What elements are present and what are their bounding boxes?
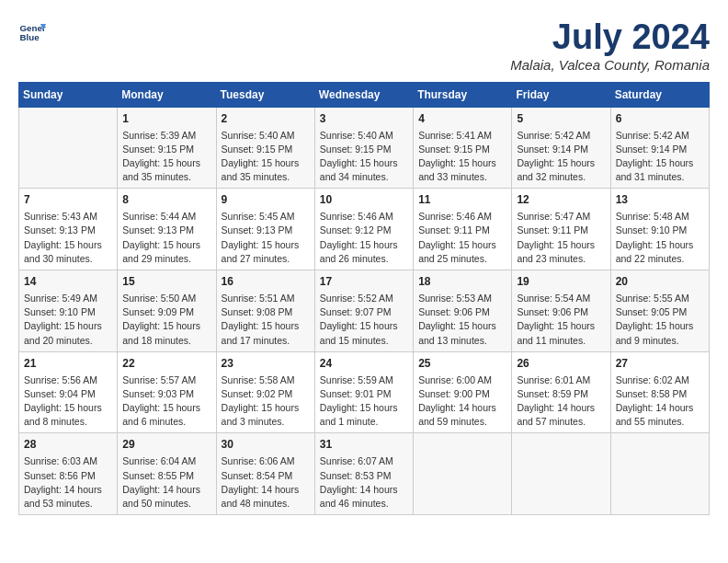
- calendar-cell: 15Sunrise: 5:50 AM Sunset: 9:09 PM Dayli…: [118, 270, 216, 352]
- calendar-cell: 13Sunrise: 5:48 AM Sunset: 9:10 PM Dayli…: [610, 189, 709, 270]
- svg-text:Blue: Blue: [20, 32, 40, 42]
- day-number: 8: [122, 192, 210, 208]
- calendar-cell: 19Sunrise: 5:54 AM Sunset: 9:06 PM Dayli…: [512, 270, 610, 352]
- calendar-header-cell: Wednesday: [314, 82, 413, 107]
- day-number: 21: [24, 356, 112, 372]
- calendar-week-row: 21Sunrise: 5:56 AM Sunset: 9:04 PM Dayli…: [19, 351, 710, 433]
- calendar-cell: 30Sunrise: 6:06 AM Sunset: 8:54 PM Dayli…: [216, 433, 314, 515]
- day-number: 14: [24, 274, 112, 290]
- calendar-cell: 1Sunrise: 5:39 AM Sunset: 9:15 PM Daylig…: [118, 107, 216, 189]
- calendar-cell: 31Sunrise: 6:07 AM Sunset: 8:53 PM Dayli…: [314, 433, 413, 515]
- day-number: 20: [616, 274, 704, 290]
- day-info: Sunrise: 6:00 AM Sunset: 9:00 PM Dayligh…: [418, 373, 506, 430]
- calendar-cell: 28Sunrise: 6:03 AM Sunset: 8:56 PM Dayli…: [19, 433, 118, 515]
- day-number: 19: [517, 274, 605, 290]
- calendar-cell: 21Sunrise: 5:56 AM Sunset: 9:04 PM Dayli…: [19, 351, 118, 433]
- day-number: 9: [222, 192, 310, 208]
- calendar-cell: 29Sunrise: 6:04 AM Sunset: 8:55 PM Dayli…: [118, 433, 216, 515]
- day-info: Sunrise: 5:44 AM Sunset: 9:13 PM Dayligh…: [122, 210, 210, 266]
- day-info: Sunrise: 5:58 AM Sunset: 9:02 PM Dayligh…: [222, 373, 310, 430]
- calendar-cell: [610, 433, 709, 515]
- calendar-cell: 6Sunrise: 5:42 AM Sunset: 9:14 PM Daylig…: [610, 107, 709, 189]
- calendar-cell: 24Sunrise: 5:59 AM Sunset: 9:01 PM Dayli…: [314, 351, 413, 433]
- day-info: Sunrise: 5:39 AM Sunset: 9:15 PM Dayligh…: [122, 129, 210, 185]
- day-info: Sunrise: 5:50 AM Sunset: 9:09 PM Dayligh…: [122, 292, 210, 348]
- calendar-week-row: 14Sunrise: 5:49 AM Sunset: 9:10 PM Dayli…: [19, 270, 710, 352]
- day-info: Sunrise: 6:02 AM Sunset: 8:58 PM Dayligh…: [616, 373, 704, 430]
- day-number: 2: [222, 111, 310, 127]
- day-number: 4: [418, 111, 506, 127]
- day-info: Sunrise: 5:51 AM Sunset: 9:08 PM Dayligh…: [222, 292, 310, 348]
- calendar-header-cell: Tuesday: [216, 82, 314, 107]
- day-info: Sunrise: 5:42 AM Sunset: 9:14 PM Dayligh…: [517, 129, 605, 185]
- day-info: Sunrise: 6:03 AM Sunset: 8:56 PM Dayligh…: [24, 454, 112, 511]
- calendar-header-cell: Thursday: [414, 82, 512, 107]
- calendar-cell: 23Sunrise: 5:58 AM Sunset: 9:02 PM Dayli…: [216, 351, 314, 433]
- day-number: 27: [616, 356, 704, 372]
- day-number: 29: [122, 437, 210, 453]
- calendar-week-row: 28Sunrise: 6:03 AM Sunset: 8:56 PM Dayli…: [19, 433, 710, 515]
- day-number: 5: [517, 111, 605, 127]
- calendar-cell: 3Sunrise: 5:40 AM Sunset: 9:15 PM Daylig…: [314, 107, 413, 189]
- day-info: Sunrise: 5:45 AM Sunset: 9:13 PM Dayligh…: [222, 210, 310, 266]
- calendar-cell: [512, 433, 610, 515]
- day-number: 16: [222, 274, 310, 290]
- calendar-cell: 17Sunrise: 5:52 AM Sunset: 9:07 PM Dayli…: [314, 270, 413, 352]
- calendar-week-row: 1Sunrise: 5:39 AM Sunset: 9:15 PM Daylig…: [19, 107, 710, 189]
- calendar-cell: 16Sunrise: 5:51 AM Sunset: 9:08 PM Dayli…: [216, 270, 314, 352]
- day-info: Sunrise: 5:55 AM Sunset: 9:05 PM Dayligh…: [616, 292, 704, 348]
- day-info: Sunrise: 5:53 AM Sunset: 9:06 PM Dayligh…: [418, 292, 506, 348]
- logo-icon: General Blue: [18, 18, 46, 46]
- day-info: Sunrise: 5:41 AM Sunset: 9:15 PM Dayligh…: [418, 129, 506, 185]
- calendar-cell: [19, 107, 118, 189]
- day-info: Sunrise: 5:46 AM Sunset: 9:12 PM Dayligh…: [320, 210, 408, 266]
- day-number: 25: [418, 356, 506, 372]
- calendar-header-cell: Sunday: [19, 82, 118, 107]
- day-info: Sunrise: 5:52 AM Sunset: 9:07 PM Dayligh…: [320, 292, 408, 348]
- day-info: Sunrise: 5:40 AM Sunset: 9:15 PM Dayligh…: [320, 129, 408, 185]
- calendar-cell: 18Sunrise: 5:53 AM Sunset: 9:06 PM Dayli…: [414, 270, 512, 352]
- day-number: 6: [616, 111, 704, 127]
- logo: General Blue: [18, 18, 50, 46]
- day-info: Sunrise: 6:01 AM Sunset: 8:59 PM Dayligh…: [517, 373, 605, 430]
- calendar-cell: 10Sunrise: 5:46 AM Sunset: 9:12 PM Dayli…: [314, 189, 413, 270]
- day-number: 18: [418, 274, 506, 290]
- day-number: 7: [24, 192, 112, 208]
- location: Malaia, Valcea County, Romania: [510, 57, 710, 73]
- calendar-cell: 5Sunrise: 5:42 AM Sunset: 9:14 PM Daylig…: [512, 107, 610, 189]
- calendar-cell: 27Sunrise: 6:02 AM Sunset: 8:58 PM Dayli…: [610, 351, 709, 433]
- day-number: 10: [320, 192, 408, 208]
- calendar-cell: 2Sunrise: 5:40 AM Sunset: 9:15 PM Daylig…: [216, 107, 314, 189]
- page-header: General Blue July 2024 Malaia, Valcea Co…: [18, 18, 710, 73]
- day-info: Sunrise: 5:56 AM Sunset: 9:04 PM Dayligh…: [24, 373, 112, 430]
- title-block: July 2024 Malaia, Valcea County, Romania: [510, 18, 710, 73]
- calendar-cell: 9Sunrise: 5:45 AM Sunset: 9:13 PM Daylig…: [216, 189, 314, 270]
- day-info: Sunrise: 5:40 AM Sunset: 9:15 PM Dayligh…: [222, 129, 310, 185]
- calendar-cell: 4Sunrise: 5:41 AM Sunset: 9:15 PM Daylig…: [414, 107, 512, 189]
- calendar-header-row: SundayMondayTuesdayWednesdayThursdayFrid…: [19, 82, 710, 107]
- day-info: Sunrise: 5:49 AM Sunset: 9:10 PM Dayligh…: [24, 292, 112, 348]
- calendar-cell: 25Sunrise: 6:00 AM Sunset: 9:00 PM Dayli…: [414, 351, 512, 433]
- day-info: Sunrise: 6:06 AM Sunset: 8:54 PM Dayligh…: [222, 454, 310, 511]
- day-number: 30: [222, 437, 310, 453]
- day-number: 26: [517, 356, 605, 372]
- day-number: 31: [320, 437, 408, 453]
- day-number: 28: [24, 437, 112, 453]
- day-info: Sunrise: 5:54 AM Sunset: 9:06 PM Dayligh…: [517, 292, 605, 348]
- calendar-body: 1Sunrise: 5:39 AM Sunset: 9:15 PM Daylig…: [19, 107, 710, 514]
- day-info: Sunrise: 5:43 AM Sunset: 9:13 PM Dayligh…: [24, 210, 112, 266]
- day-info: Sunrise: 6:07 AM Sunset: 8:53 PM Dayligh…: [320, 454, 408, 511]
- calendar-cell: 11Sunrise: 5:46 AM Sunset: 9:11 PM Dayli…: [414, 189, 512, 270]
- day-info: Sunrise: 5:59 AM Sunset: 9:01 PM Dayligh…: [320, 373, 408, 430]
- day-info: Sunrise: 5:46 AM Sunset: 9:11 PM Dayligh…: [418, 210, 506, 266]
- day-info: Sunrise: 5:57 AM Sunset: 9:03 PM Dayligh…: [122, 373, 210, 430]
- calendar-cell: 12Sunrise: 5:47 AM Sunset: 9:11 PM Dayli…: [512, 189, 610, 270]
- calendar-week-row: 7Sunrise: 5:43 AM Sunset: 9:13 PM Daylig…: [19, 189, 710, 270]
- month-title: July 2024: [510, 18, 710, 57]
- day-number: 15: [122, 274, 210, 290]
- day-info: Sunrise: 5:48 AM Sunset: 9:10 PM Dayligh…: [616, 210, 704, 266]
- calendar-cell: 20Sunrise: 5:55 AM Sunset: 9:05 PM Dayli…: [610, 270, 709, 352]
- calendar-header-cell: Monday: [118, 82, 216, 107]
- day-number: 12: [517, 192, 605, 208]
- day-info: Sunrise: 6:04 AM Sunset: 8:55 PM Dayligh…: [122, 454, 210, 511]
